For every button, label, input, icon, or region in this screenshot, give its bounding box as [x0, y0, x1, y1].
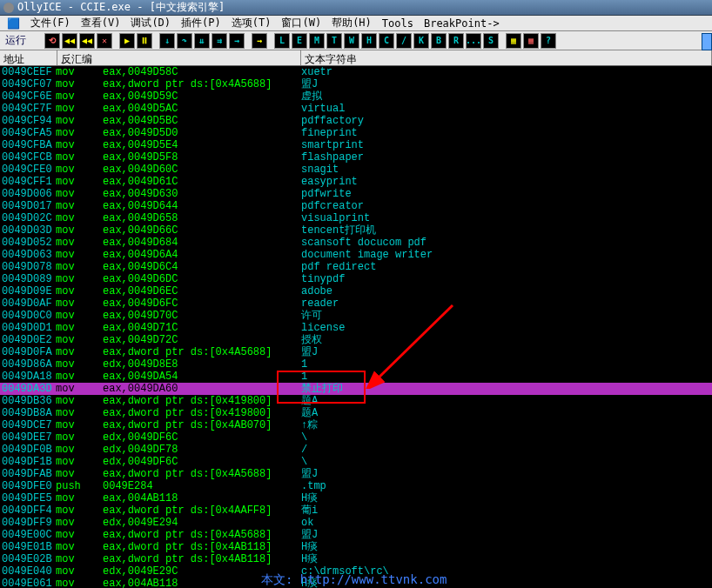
operand-cell: eax,dword ptr ds:[0x419800] — [103, 407, 301, 419]
tool-...-button[interactable]: ... — [466, 33, 481, 49]
disasm-row[interactable]: 0049D09Emoveax,0049D6ECadobe — [0, 285, 712, 297]
disasm-row[interactable]: 0049DA18moveax,0049DA541 — [0, 371, 712, 383]
menu-tools[interactable]: Tools — [377, 17, 419, 30]
tool-H-button[interactable]: H — [361, 33, 377, 49]
disasm-row[interactable]: 0049CF6Emoveax,0049D59C虚拟 — [0, 90, 712, 103]
disasm-row[interactable]: 0049D089moveax,0049D6DCtinypdf — [0, 273, 712, 285]
col-disasm[interactable]: 反汇编 — [57, 50, 301, 65]
mnemonic-cell: mov — [56, 297, 103, 310]
menu-file[interactable]: 文件(F) — [25, 16, 76, 30]
back-icon[interactable]: ◀◀ — [79, 33, 95, 49]
disasm-row[interactable]: 0049D006moveax,0049D630pdfwrite — [0, 188, 712, 200]
disassembly-pane[interactable]: 0049CEEFmoveax,0049D58Cxuetr0049CF07move… — [0, 66, 712, 588]
mnemonic-cell: mov — [56, 285, 103, 297]
disasm-row[interactable]: 0049D0D1moveax,0049D71Clicense — [0, 322, 712, 334]
tool-R-button[interactable]: R — [448, 33, 464, 49]
disasm-row[interactable]: 0049CF7Fmoveax,0049D5ACvirtual — [0, 103, 712, 115]
addr-cell: 0049D09E — [0, 285, 56, 297]
disasm-row[interactable]: 0049D078moveax,0049D6C4pdf redirect — [0, 261, 712, 273]
disasm-row[interactable]: 0049D0E2moveax,0049D72C授权 — [0, 334, 712, 346]
tool-T-button[interactable]: T — [326, 33, 342, 49]
restart-icon[interactable]: ⟲ — [44, 33, 60, 49]
mnemonic-cell: mov — [56, 249, 103, 261]
disasm-row[interactable]: 0049CF94moveax,0049D5BCpdffactory — [0, 115, 712, 127]
operand-cell: eax,0049D684 — [103, 237, 301, 249]
operand-cell: eax,0049D5BC — [103, 115, 301, 127]
close-icon[interactable]: ✕ — [97, 33, 112, 49]
disasm-row[interactable]: 0049DA3Dmoveax,0049DA60禁止打印 — [0, 383, 712, 395]
tool-M-button[interactable]: M — [309, 33, 325, 49]
stepinto-icon[interactable]: ↓ — [159, 33, 175, 49]
disasm-row[interactable]: 0049DFF9movedx,0049E294ok — [0, 517, 712, 529]
execute-icon[interactable]: → — [229, 33, 245, 49]
menu-debug[interactable]: 调试(D) — [125, 16, 176, 30]
disasm-row[interactable]: 0049D03Dmoveax,0049D66Ctencent打印机 — [0, 224, 712, 237]
tool-/-button[interactable]: / — [396, 33, 412, 49]
disasm-row[interactable]: 0049CF07moveax,dword ptr ds:[0x4A5688]盟J — [0, 78, 712, 90]
dock-icon[interactable] — [702, 33, 712, 50]
traceinto-icon[interactable]: ⇊ — [194, 33, 210, 49]
disasm-row[interactable]: 0049CFA5moveax,0049D5D0fineprint — [0, 127, 712, 139]
col-text[interactable]: 文本字符串 — [301, 50, 712, 65]
disasm-row[interactable]: 0049D017moveax,0049D644pdfcreator — [0, 200, 712, 212]
disasm-row[interactable]: 0049DB8Amoveax,dword ptr ds:[0x419800]题A — [0, 407, 712, 419]
goto-icon[interactable]: → — [252, 33, 267, 49]
disasm-row[interactable]: 0049E02Bmoveax,dword ptr ds:[0x4AB118]H痰 — [0, 553, 712, 565]
operand-cell: edx,0049D8E8 — [103, 358, 301, 371]
disasm-row[interactable]: 0049D0FAmoveax,dword ptr ds:[0x4A5688]盟J — [0, 346, 712, 358]
addr-cell: 0049E02B — [0, 553, 56, 565]
disasm-row[interactable]: 0049DFF4moveax,dword ptr ds:[0x4AAFF8]葡i — [0, 504, 712, 517]
tool-E-button[interactable]: E — [292, 33, 307, 49]
menu-view[interactable]: 查看(V) — [76, 16, 126, 30]
disasm-row[interactable]: 0049DB36moveax,dword ptr ds:[0x419800]题A — [0, 395, 712, 407]
disasm-row[interactable]: 0049DFE0push0049E284.tmp — [0, 480, 712, 492]
disasm-row[interactable]: 0049CFE0moveax,0049D60Csnagit — [0, 164, 712, 176]
disasm-row[interactable]: 0049DFE5moveax,004AB118H痰 — [0, 492, 712, 504]
traceover-icon[interactable]: ⇉ — [212, 33, 227, 49]
rewind-icon[interactable]: ◀◀ — [62, 33, 77, 49]
disasm-row[interactable]: 0049D052moveax,0049D684scansoft docucom … — [0, 237, 712, 249]
play-icon[interactable]: ▶ — [119, 33, 135, 49]
disasm-row[interactable]: 0049D0C0moveax,0049D70C许可 — [0, 310, 712, 322]
menu-breakpoint[interactable]: BreakPoint-> — [419, 17, 505, 30]
menu-window[interactable]: 窗口(W) — [276, 16, 326, 30]
menu-options[interactable]: 选项(T) — [226, 16, 277, 30]
tool-K-button[interactable]: K — [413, 33, 429, 49]
disasm-row[interactable]: 0049E00Cmoveax,dword ptr ds:[0x4A5688]盟J — [0, 529, 712, 541]
addr-cell: 0049CFF1 — [0, 176, 56, 188]
disasm-row[interactable]: 0049D02Cmoveax,0049D658visualprint — [0, 212, 712, 224]
disasm-row[interactable]: 0049D86Amovedx,0049D8E81 — [0, 358, 712, 371]
tool-L-button[interactable]: L — [274, 33, 290, 49]
tool-help-icon[interactable]: ? — [541, 33, 556, 49]
disasm-row[interactable]: 0049CFF1moveax,0049D61Ceasyprint — [0, 176, 712, 188]
disasm-row[interactable]: 0049E01Bmoveax,dword ptr ds:[0x4AB118]H痰 — [0, 541, 712, 553]
string-cell: ok — [301, 517, 313, 529]
disasm-row[interactable]: 0049DF1Bmovedx,0049DF6C\ — [0, 456, 712, 468]
tool-W-button[interactable]: W — [344, 33, 359, 49]
addr-cell: 0049D052 — [0, 237, 56, 249]
string-cell: adobe — [301, 285, 332, 297]
operand-cell: eax,0049D66C — [103, 224, 301, 237]
disasm-row[interactable]: 0049DFABmoveax,dword ptr ds:[0x4A5688]盟J — [0, 468, 712, 480]
disasm-row[interactable]: 0049D0AFmoveax,0049D6FCreader — [0, 297, 712, 310]
tool-grid2-icon[interactable]: ▦ — [523, 33, 539, 49]
disasm-row[interactable]: 0049CFBAmoveax,0049D5E4smartprint — [0, 139, 712, 151]
mnemonic-cell: mov — [56, 492, 103, 504]
tool-S-button[interactable]: S — [483, 33, 499, 49]
col-address[interactable]: 地址 — [0, 50, 57, 65]
disasm-row[interactable]: 0049D063moveax,0049D6A4document image wr… — [0, 249, 712, 261]
tool-C-button[interactable]: C — [379, 33, 394, 49]
menu-help[interactable]: 帮助(H) — [326, 16, 377, 30]
tool-B-button[interactable]: B — [431, 33, 447, 49]
pause-icon[interactable]: ⏸ — [137, 33, 152, 49]
disasm-row[interactable]: 0049DF0Bmovedx,0049DF78/ — [0, 444, 712, 456]
disasm-row[interactable]: 0049DEE7movedx,0049DF6C\ — [0, 431, 712, 444]
disasm-row[interactable]: 0049DCE7moveax,dword ptr ds:[0x4AB070]↑粽 — [0, 419, 712, 431]
disasm-row[interactable]: 0049CEEFmoveax,0049D58Cxuetr — [0, 66, 712, 78]
tool-grid1-icon[interactable]: ▦ — [506, 33, 521, 49]
disasm-row[interactable]: 0049CFCBmoveax,0049D5F8flashpaper — [0, 151, 712, 164]
operand-cell: eax,dword ptr ds:[0x4AB118] — [103, 553, 301, 565]
string-cell: 题A — [301, 407, 318, 419]
stepover-icon[interactable]: ↷ — [177, 33, 192, 49]
menu-plugins[interactable]: 插件(P) — [176, 16, 226, 30]
